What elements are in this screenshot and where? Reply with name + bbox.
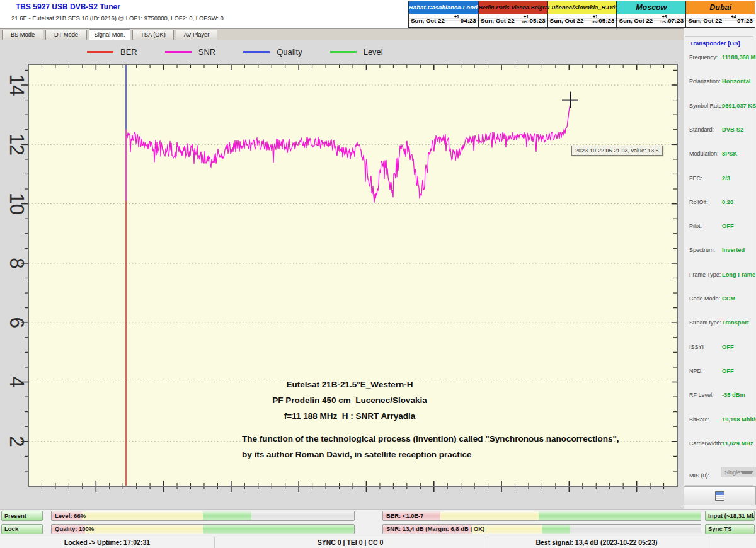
mis-selected-value: Single bbox=[721, 469, 740, 476]
window-list-button[interactable] bbox=[684, 486, 756, 505]
clock-date: Sun, Oct 22 bbox=[619, 17, 653, 24]
legend-label: Quality bbox=[277, 47, 302, 57]
legend-label: SNR bbox=[198, 47, 215, 57]
chevron-down-icon bbox=[740, 471, 753, 474]
svg-text:8: 8 bbox=[6, 258, 28, 269]
tab-signal-mon[interactable]: Signal Mon. bbox=[89, 29, 130, 41]
clock-moscow: Moscow Sun, Oct 22 +3DST 07:23 bbox=[616, 1, 685, 27]
transponder-row: RollOff:0.20 bbox=[689, 199, 752, 207]
sync-ts-indicator: Sync TS bbox=[705, 524, 755, 534]
svg-text:14: 14 bbox=[6, 74, 28, 96]
lock-indicator: Lock bbox=[1, 524, 43, 534]
chart-annotation-reception-info: Eutelsat 21B-21.5°E_Western-H PF Prodeli… bbox=[208, 377, 491, 424]
clock-date: Sun, Oct 22 bbox=[550, 17, 584, 24]
progress-segment bbox=[542, 525, 570, 534]
clock-dubai: Dubai Sun, Oct 22 +4 07:23 bbox=[685, 1, 755, 27]
cursor-value-tooltip: 2023-10-22 05.21.03, value: 13,5 bbox=[571, 146, 663, 156]
legend-snr: SNR bbox=[165, 47, 215, 57]
status-best-signal: Best signal: 13,4 dB (2023-10-22 05:23) bbox=[486, 537, 707, 548]
progress-segment bbox=[539, 511, 701, 520]
progress-segment bbox=[251, 511, 354, 520]
tuner-subtitle: 21.6E - Eutelsat 21B SES 16 (ID: 0216) @… bbox=[11, 14, 224, 21]
progress-segment bbox=[570, 525, 701, 534]
clock-time: Sun, Oct 22 +1DST 05:23 bbox=[479, 14, 547, 27]
quality-line-swatch bbox=[243, 51, 270, 53]
app-window: TBS 5927 USB DVB-S2 Tuner 21.6E - Eutels… bbox=[0, 0, 756, 548]
present-indicator: Present bbox=[1, 511, 43, 521]
clock-time: Sun, Oct 22 +1DST 05:23 bbox=[548, 14, 617, 27]
snr-progressbar: SNR: 13,4 dB (Margin: 6,8 dB | OK) bbox=[382, 524, 701, 534]
progress-segment bbox=[203, 511, 251, 520]
status-spacer bbox=[707, 537, 756, 548]
clock-berlin-paris-vienna-belgrade: Berlin-Paris-Vienna-Belgrade Sun, Oct 22… bbox=[478, 1, 547, 27]
transponder-row: RF Level:-35 dBm bbox=[689, 392, 752, 399]
chart-annotation-invention-note: The function of the technological proces… bbox=[242, 431, 683, 462]
transponder-row: Spectrum:Inverted bbox=[689, 247, 752, 254]
level-line-swatch bbox=[330, 51, 357, 53]
mis-label: MIS (0): bbox=[689, 472, 709, 479]
progressbar-label: Level: 66% bbox=[55, 511, 86, 520]
transponder-row: FEC:2/3 bbox=[689, 175, 752, 183]
snr-line-swatch bbox=[165, 51, 192, 53]
transponder-row: BitRate:19,198 Mbit/s bbox=[689, 416, 752, 424]
annotation-line: The function of the technological proces… bbox=[242, 431, 683, 447]
transponder-sidebar: Transponder [BS] MIS (0): Single Frequen… bbox=[684, 28, 756, 509]
status-sync-counts: SYNC 0 | TEI 0 | CC 0 bbox=[215, 537, 486, 548]
progressbar-label: Quality: 100% bbox=[55, 525, 94, 534]
legend-label: Level bbox=[364, 47, 383, 57]
tab-tsa[interactable]: TSA (OK) bbox=[132, 30, 174, 40]
transponder-row: NPD:OFF bbox=[689, 368, 752, 375]
annotation-line: PF Prodelin 450 cm_Lucenec/Slovakia bbox=[208, 392, 491, 408]
progress-segment bbox=[82, 511, 203, 520]
clock-name: Lučenec/Slovakia_R.Dávid bbox=[548, 1, 617, 14]
svg-text:2: 2 bbox=[6, 436, 28, 447]
annotation-line: f=11 188 MHz_H : SNRT Arryadia bbox=[208, 408, 491, 424]
mis-dropdown[interactable]: Single bbox=[721, 467, 756, 477]
mode-tab-bar: BS Mode DT Mode Signal Mon. TSA (OK) AV … bbox=[0, 28, 684, 40]
annotation-line: by its author Roman Dávid, in satellite … bbox=[242, 447, 683, 462]
transponder-title: Transponder [BS] bbox=[689, 40, 742, 47]
world-clocks: Rabat-Casablanca-London Sun, Oct 22 +1 0… bbox=[408, 1, 755, 28]
clock-hhmm: 05:23 bbox=[530, 17, 546, 24]
tab-av-player[interactable]: AV Player bbox=[176, 30, 217, 40]
clock-hhmm: 05:23 bbox=[598, 17, 614, 24]
clock-date: Sun, Oct 22 bbox=[411, 17, 445, 24]
clock-hhmm: 04:23 bbox=[461, 17, 476, 24]
transponder-row: Modulation:8PSK bbox=[689, 151, 752, 158]
legend-label: BER bbox=[120, 47, 137, 57]
clock-rabat-casablanca-london: Rabat-Casablanca-London Sun, Oct 22 +1 0… bbox=[409, 1, 478, 27]
clock-date: Sun, Oct 22 bbox=[481, 17, 515, 24]
transponder-row: Standard:DVB-S2 bbox=[689, 127, 752, 134]
level-progressbar: Level: 66% bbox=[51, 511, 355, 521]
transponder-row: Symbol Rate:9691,037 KS/s bbox=[689, 103, 752, 110]
clock-lucenec-slovakia: Lučenec/Slovakia_R.Dávid Sun, Oct 22 +1D… bbox=[547, 1, 617, 27]
svg-text:10: 10 bbox=[6, 193, 28, 215]
tab-dt-mode[interactable]: DT Mode bbox=[45, 30, 87, 40]
clock-name: Rabat-Casablanca-London bbox=[409, 1, 478, 14]
tab-bs-mode[interactable]: BS Mode bbox=[2, 30, 43, 40]
window-icon bbox=[715, 491, 724, 501]
progress-segment bbox=[440, 511, 539, 520]
legend-quality: Quality bbox=[243, 47, 302, 57]
legend-level: Level bbox=[330, 47, 383, 57]
transponder-row: Polarization:Horizontal bbox=[689, 78, 752, 86]
clock-name: Berlin-Paris-Vienna-Belgrade bbox=[479, 1, 547, 14]
transponder-row: ISSYIOFF bbox=[689, 344, 752, 351]
transponder-row: Frequency:11188,368 MHz bbox=[689, 54, 752, 62]
transponder-row: Stream type:Transport bbox=[689, 319, 752, 327]
chart-legend: BER SNR Quality Level bbox=[87, 47, 383, 57]
transponder-row: Code Mode:CCM bbox=[689, 295, 752, 303]
progress-segment bbox=[203, 525, 354, 534]
progressbar-label: BER: <1.0E-7 bbox=[386, 511, 423, 520]
legend-ber: BER bbox=[87, 47, 137, 57]
progress-segment bbox=[85, 525, 203, 534]
clock-date: Sun, Oct 22 bbox=[688, 17, 722, 24]
transponder-groupbox: Transponder [BS] MIS (0): Single Frequen… bbox=[685, 36, 753, 486]
clock-time: Sun, Oct 22 +4 07:23 bbox=[686, 14, 755, 27]
svg-text:12: 12 bbox=[6, 134, 28, 156]
clock-hhmm: 07:23 bbox=[668, 17, 684, 24]
clock-time: Sun, Oct 22 +1 04:23 bbox=[409, 14, 478, 27]
svg-text:6: 6 bbox=[6, 317, 28, 328]
clock-hhmm: 07:23 bbox=[737, 17, 753, 24]
quality-progressbar: Quality: 100% bbox=[51, 524, 355, 534]
